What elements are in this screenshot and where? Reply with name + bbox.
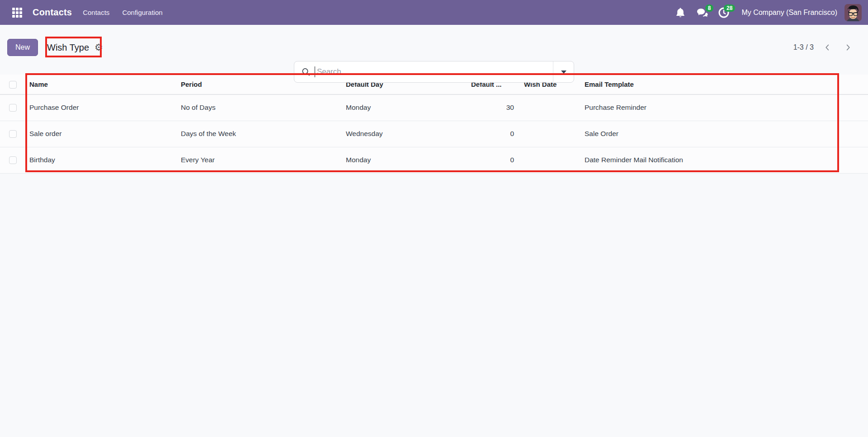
pager-previous-button[interactable] (820, 40, 835, 55)
column-header-name[interactable]: Name (26, 75, 177, 94)
row-select-cell (0, 121, 26, 147)
pager: 1-3 / 3 (793, 37, 861, 58)
messages-count-badge: 8 (705, 5, 714, 12)
control-panel: New Wish Type ⚙ 1-3 / 3 (0, 25, 868, 75)
select-all-cell (0, 75, 26, 94)
cell-period[interactable]: Days of the Week (177, 121, 342, 147)
cell-email-template[interactable]: Sale Order (581, 121, 868, 147)
breadcrumb-area: New Wish Type ⚙ (7, 37, 103, 58)
menu-contacts[interactable]: Contacts (76, 0, 116, 25)
cell-wish-date[interactable] (517, 147, 581, 173)
pager-value[interactable]: 1-3 / 3 (793, 43, 814, 52)
pager-next-button[interactable] (841, 40, 855, 55)
row-checkbox[interactable] (9, 156, 17, 164)
cell-default-day[interactable]: Monday (342, 147, 467, 173)
cell-wish-date[interactable] (517, 94, 581, 121)
cell-default-day[interactable]: Wednesday (342, 121, 467, 147)
topbar-system-tray: 8 28 My Company (San Francisco) (671, 4, 862, 22)
search-bar (294, 61, 574, 83)
cell-default-num[interactable]: 0 (467, 121, 517, 147)
search-icon (302, 67, 310, 76)
cell-email-template[interactable]: Purchase Reminder (581, 94, 868, 121)
cell-email-template[interactable]: Date Reminder Mail Notification (581, 147, 868, 173)
search-field-area[interactable] (294, 66, 553, 77)
bell-icon (675, 7, 685, 18)
column-header-email-template[interactable]: Email Template (581, 75, 868, 94)
cell-name[interactable]: Sale order (26, 121, 177, 147)
table-row[interactable]: Purchase Order No of Days Monday 30 Purc… (0, 94, 868, 121)
breadcrumb-title[interactable]: Wish Type (44, 40, 92, 56)
row-checkbox[interactable] (9, 104, 17, 112)
chevron-right-icon (843, 42, 853, 52)
user-avatar[interactable] (844, 4, 862, 21)
table-row[interactable]: Birthday Every Year Monday 0 Date Remind… (0, 147, 868, 173)
table-row[interactable]: Sale order Days of the Week Wednesday 0 … (0, 121, 868, 147)
activities-button[interactable]: 28 (714, 4, 733, 22)
select-all-checkbox[interactable] (9, 81, 17, 89)
cell-default-num[interactable]: 0 (467, 147, 517, 173)
cell-name[interactable]: Birthday (26, 147, 177, 173)
menu-configuration[interactable]: Configuration (116, 0, 169, 25)
search-options-toggle[interactable] (553, 61, 574, 82)
apps-menu-icon[interactable] (8, 4, 26, 22)
row-select-cell (0, 147, 26, 173)
wish-type-list: Name Period Default Day Default ... Wish… (0, 75, 868, 174)
new-button[interactable]: New (7, 39, 38, 56)
messages-button[interactable]: 8 (693, 4, 712, 22)
search-input[interactable] (315, 67, 553, 76)
gear-icon[interactable]: ⚙ (94, 43, 103, 52)
avatar-image (844, 4, 862, 21)
company-switcher[interactable]: My Company (San Francisco) (741, 9, 837, 17)
activities-count-badge: 28 (724, 5, 735, 12)
row-checkbox[interactable] (9, 130, 17, 138)
row-select-cell (0, 94, 26, 121)
cell-wish-date[interactable] (517, 121, 581, 147)
app-title[interactable]: Contacts (33, 7, 72, 18)
cell-name[interactable]: Purchase Order (26, 94, 177, 121)
notifications-bell-button[interactable] (671, 4, 690, 22)
cell-period[interactable]: No of Days (177, 94, 342, 121)
chevron-left-icon (822, 42, 832, 52)
cell-default-day[interactable]: Monday (342, 94, 467, 121)
grid-icon (12, 8, 22, 18)
chevron-down-icon (561, 70, 566, 74)
cell-period[interactable]: Every Year (177, 147, 342, 173)
cell-default-num[interactable]: 30 (467, 94, 517, 121)
top-navbar: Contacts Contacts Configuration 8 28 My … (0, 0, 868, 25)
